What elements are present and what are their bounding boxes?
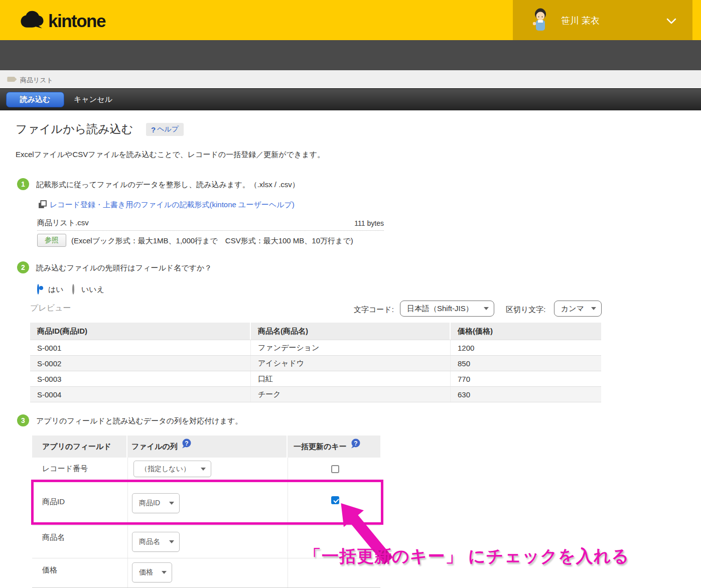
delimiter-select[interactable]: カンマ [554,301,602,317]
caret-down-icon [169,502,174,505]
step1-badge: 1 [17,178,29,190]
caret-down-icon [162,571,167,574]
format-help-link[interactable]: レコード登録・上書き用のファイルの記載形式(kintone ユーザーヘルプ) [50,200,295,210]
caret-down-icon [591,307,596,310]
caret-down-icon [201,468,206,471]
field-label: 価格 [42,565,57,575]
encoding-select[interactable]: 日本語（Shift-JIS） [400,301,494,317]
mapping-col-header: ファイルの列 ? [127,435,288,458]
delimiter-label: 区切り文字: [506,305,546,315]
global-nav: ? </> [0,40,701,70]
file-limits-text: (Excelブック形式：最大1MB、1,000行まで CSV形式：最大100 M… [71,236,353,246]
bulk-update-key-checkbox[interactable] [331,496,339,504]
preview-cell: S-0004 [30,387,251,402]
page-title: ファイルから読み込む [16,121,133,137]
mapping-row: 商品ID 商品ID [32,481,380,526]
cancel-link[interactable]: キャンセル [74,95,112,104]
column-select[interactable]: 商品ID [132,493,180,513]
breadcrumb-app-link[interactable]: 商品リスト [20,76,53,85]
browse-button[interactable]: 参照 [37,234,66,247]
preview-cell: アイシャドウ [251,356,451,371]
column-divider [127,558,128,587]
column-select-value: （指定しない） [141,465,190,474]
preview-cell: S-0002 [30,356,251,371]
annotation-text: 「一括更新のキー」 にチェックを入れる [304,545,629,568]
user-name: 笹川 茉衣 [561,15,600,27]
radio-yes-label[interactable]: はい [48,285,64,295]
column-select[interactable]: 商品名 [132,532,180,552]
radio-no[interactable] [72,284,74,295]
encoding-label: 文字コード: [354,305,394,315]
logo-wordmark: kintone [48,11,105,31]
radio-no-label[interactable]: いいえ [81,285,104,295]
preview-col-header: 商品ID(商品ID) [30,323,251,340]
preview-table: 商品ID(商品ID) 商品名(商品名) 価格(価格) S-0001 ファンデーシ… [30,323,601,402]
field-label: 商品ID [42,497,65,507]
file-name: 商品リスト.csv [37,218,89,228]
column-select-value: 商品名 [139,537,160,546]
file-size: 111 bytes [301,219,384,227]
table-row: S-0003 口紅 770 [30,371,601,387]
column-divider [127,526,128,558]
table-row: S-0004 チーク 630 [30,387,601,402]
step2-question: 読み込むファイルの先頭行はフィールド名ですか？ [36,263,212,273]
help-balloon-icon[interactable]: ? [351,438,361,450]
preview-cell: 770 [451,371,601,386]
bulk-update-key-checkbox[interactable] [331,465,339,473]
column-select[interactable]: （指定しない） [133,461,211,477]
preview-col-header: 価格(価格) [451,323,601,340]
page-description: ExcelファイルやCSVファイルを読み込むことで、レコードの一括登録／更新がで… [16,150,325,160]
column-select[interactable]: 価格 [132,562,172,582]
preview-label: プレビュー [30,303,71,314]
svg-text:?: ? [354,439,357,447]
preview-cell: 850 [451,356,601,371]
column-divider [288,481,288,525]
preview-cell: S-0001 [30,340,251,355]
app-tag-icon [7,74,18,86]
help-question-icon: ? [151,125,156,134]
mapping-col-header-label: ファイルの列 [131,442,178,452]
app-header: kintone 笹川 茉衣 [0,0,701,40]
action-bar: 読み込む キャンセル [0,88,701,110]
svg-text:?: ? [185,439,188,447]
kintone-cloud-icon [19,9,45,33]
help-link[interactable]: ? ヘルプ [146,123,184,136]
column-divider [127,481,128,525]
table-row: S-0002 アイシャドウ 850 [30,356,601,371]
preview-cell: チーク [251,387,451,402]
preview-cell: ファンデーション [251,340,451,355]
import-button[interactable]: 読み込む [6,92,64,107]
kintone-logo[interactable]: kintone [19,9,105,33]
preview-header-row: 商品ID(商品ID) 商品名(商品名) 価格(価格) [30,323,601,340]
radio-yes[interactable] [37,284,39,295]
user-avatar [530,8,551,33]
caret-down-icon [484,307,489,310]
step2-badge: 2 [17,261,29,273]
format-doc-icon [38,200,47,211]
step1-text: 記載形式に従ってファイルのデータを整形し、読み込みます。（.xlsx / .cs… [36,180,300,190]
step3-badge: 3 [17,414,29,426]
preview-cell: S-0003 [30,371,251,386]
help-balloon-icon[interactable]: ? [182,438,192,450]
preview-cell: 630 [451,387,601,402]
mapping-col-header: 一括更新のキー ? [288,435,380,458]
caret-down-icon [169,540,174,543]
column-divider [288,558,288,587]
preview-cell: 口紅 [251,371,451,386]
mapping-header-row: アプリのフィールド ファイルの列 ? 一括更新のキー ? [32,435,380,458]
mapping-col-header: アプリのフィールド [32,435,127,458]
breadcrumb: 商品リスト [0,70,701,88]
column-select-value: 価格 [139,568,153,577]
column-divider [288,458,288,481]
kintone-import-page: kintone 笹川 茉衣 [0,0,701,588]
table-row: S-0001 ファンデーション 1200 [30,340,601,356]
chevron-down-icon [666,17,676,26]
mapping-col-header-label: 一括更新のキー [294,442,347,452]
encoding-value: 日本語（Shift-JIS） [407,304,473,314]
user-menu[interactable]: 笹川 茉衣 [513,0,692,40]
field-label: 商品名 [42,533,65,542]
help-link-label: ヘルプ [157,125,179,134]
mapping-row: レコード番号 （指定しない） [32,458,380,481]
column-divider [127,458,128,481]
preview-col-header: 商品名(商品名) [251,323,451,340]
